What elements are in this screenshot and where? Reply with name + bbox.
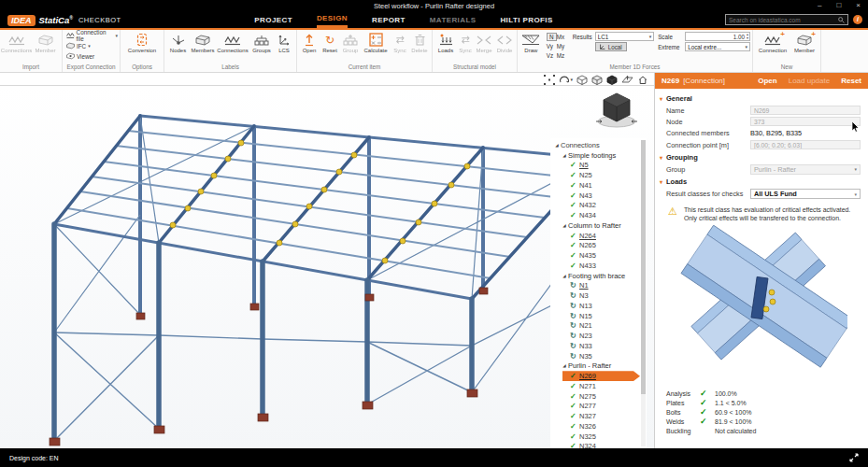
tree-root[interactable]: ◢Connections [550, 140, 647, 150]
spin-down-icon[interactable]: ▾ [747, 36, 748, 40]
tree-item[interactable]: ✓N264 [550, 231, 647, 241]
fit-view-icon[interactable] [544, 75, 555, 85]
draw-forces-button[interactable]: Draw [519, 32, 543, 54]
tree-item[interactable]: ✓N5 [550, 161, 647, 171]
tree-item-selected[interactable]: ✓N269 [562, 371, 640, 381]
calculate-button[interactable]: Calculate [361, 32, 391, 54]
ok-check-icon: ✓ [700, 407, 715, 417]
home-icon[interactable] [637, 75, 648, 85]
tab-hilti-profis[interactable]: HILTI PROFIS [500, 12, 552, 28]
tree-item[interactable]: ✓N277 [550, 402, 647, 412]
tree-item[interactable]: ✓N433 [550, 261, 647, 271]
labels-nodes-button[interactable]: Nodes [166, 32, 190, 54]
open-connection-button[interactable]: Open [758, 77, 776, 85]
tree-item[interactable]: ↻N3 [550, 290, 647, 301]
reset-item-button[interactable]: ↻ Reset [320, 32, 340, 54]
tree-group-footing-with-brace[interactable]: ◢Footing with brace [550, 271, 647, 281]
tree-item[interactable]: ✓N275 [550, 391, 647, 402]
group-item-button: Group [340, 32, 361, 54]
tree-item[interactable]: ✓N271 [550, 381, 647, 391]
tree-item[interactable]: ✓N325 [550, 432, 647, 442]
export-viewer-button[interactable]: Viewer [66, 51, 94, 61]
tree-item[interactable]: ✓N327 [550, 411, 647, 421]
scale-input[interactable]: 1.00 ▴▾ [685, 32, 750, 41]
tree-group-column-to-rafter[interactable]: ◢Column to Rafter [550, 220, 647, 231]
expander-icon[interactable]: ◢ [561, 153, 568, 158]
expand-panel-icon[interactable] [849, 453, 859, 463]
scrollbar-thumb[interactable] [641, 140, 646, 394]
new-connection-button[interactable]: + Connection [755, 32, 790, 54]
tree-item[interactable]: ↻N33 [550, 341, 647, 351]
tree-item[interactable]: ✓N265 [550, 241, 647, 251]
results-combo[interactable]: LC1▾ [595, 32, 654, 41]
reset-connection-button[interactable]: Reset [841, 77, 861, 85]
orbit-icon[interactable]: ▾ [559, 75, 573, 85]
export-ifc-button[interactable]: IFC▾ [66, 41, 91, 50]
chevron-down-icon: ▾ [649, 34, 652, 39]
extreme-combo[interactable]: Local extre...▾ [685, 42, 750, 51]
local-toggle-button[interactable]: Local [595, 42, 627, 51]
toggle-Vz[interactable]: Vz [547, 52, 557, 59]
toggle-My[interactable]: My [557, 43, 569, 50]
tree-item[interactable]: ✓N25 [550, 170, 647, 180]
expander-icon[interactable]: ◢ [561, 274, 568, 278]
loads-button[interactable]: Loads [434, 32, 457, 54]
new-member-button[interactable]: + Member [790, 32, 818, 54]
open-item-button[interactable]: Open [299, 32, 320, 54]
conversion-button[interactable]: Conversion [122, 32, 162, 54]
expander-icon[interactable]: ◢ [561, 363, 568, 368]
info-icon[interactable]: i [853, 15, 862, 24]
tree-scrollbar[interactable] [641, 140, 646, 446]
toggle-N[interactable]: N [547, 33, 557, 41]
tree-item[interactable]: ↻N13 [550, 301, 647, 311]
labels-groups-button[interactable]: Groups [249, 32, 274, 54]
viewport-toolbar: ▾ [544, 74, 648, 85]
expander-icon[interactable]: ◢ [553, 143, 561, 148]
nodes-icon [172, 32, 185, 48]
connections-tree: ◢Connections ◢Simple footings ✓N5 ✓N25 ✓… [550, 138, 647, 448]
search-box[interactable] [725, 14, 848, 25]
panel-type: [Connection] [683, 77, 725, 85]
tree-item[interactable]: ✓N432 [550, 201, 647, 211]
tree-group-purlin-rafter[interactable]: ◢Purlin - Rafter [550, 361, 647, 372]
check-icon: ✓ [570, 201, 579, 209]
viewport[interactable]: ▾ [0, 73, 654, 448]
tree-item[interactable]: ✓N41 [550, 180, 647, 191]
connected-members-value: B30, B295, B335 [750, 129, 861, 137]
export-connection-file-button[interactable]: Connection file▾ [66, 31, 118, 40]
shaded-cube-icon[interactable] [591, 75, 603, 85]
tree-item[interactable]: ↻N35 [550, 351, 647, 361]
tree-item[interactable]: ↻N21 [550, 321, 647, 332]
maximize-button[interactable]: □ [836, 1, 841, 9]
recalculate-icon: ↻ [570, 291, 579, 300]
toggle-Mx[interactable]: Mx [557, 34, 569, 40]
solid-cube-icon[interactable] [606, 75, 618, 85]
toggle-Mz[interactable]: Mz [557, 52, 569, 59]
clipping-plane-icon[interactable] [621, 75, 633, 85]
view-cube[interactable] [592, 90, 641, 134]
tree-item[interactable]: ✓N435 [550, 250, 647, 261]
tree-group-simple-footings[interactable]: ◢Simple footings [550, 150, 647, 161]
tree-item[interactable]: ↻N23 [550, 331, 647, 341]
tab-design[interactable]: DESIGN [317, 12, 348, 28]
labels-members-button[interactable]: Members [190, 32, 216, 54]
tab-project[interactable]: PROJECT [254, 12, 292, 28]
tab-report[interactable]: REPORT [372, 12, 406, 28]
section-grouping[interactable]: ▾Grouping [660, 153, 861, 162]
expander-icon[interactable]: ◢ [561, 223, 568, 228]
search-input[interactable] [729, 17, 838, 23]
tree-item[interactable]: ✓N43 [550, 191, 647, 201]
close-button[interactable]: × [856, 1, 861, 9]
toggle-Vy[interactable]: Vy [547, 43, 557, 50]
result-classes-combo[interactable]: All ULS Fund▾ [750, 189, 861, 199]
tree-item[interactable]: ↻N1 [550, 281, 647, 291]
section-general[interactable]: ▾General [660, 94, 861, 103]
labels-lcs-button[interactable]: LCS [274, 32, 294, 54]
labels-connections-button[interactable]: Connections [216, 32, 249, 54]
minimize-button[interactable]: – [818, 1, 821, 9]
wireframe-cube-icon[interactable] [576, 75, 588, 85]
tree-item[interactable]: ✓N326 [550, 421, 647, 432]
tree-item[interactable]: ✓N434 [550, 210, 647, 220]
tree-item[interactable]: ↻N15 [550, 311, 647, 321]
section-loads[interactable]: ▾Loads [660, 177, 861, 186]
